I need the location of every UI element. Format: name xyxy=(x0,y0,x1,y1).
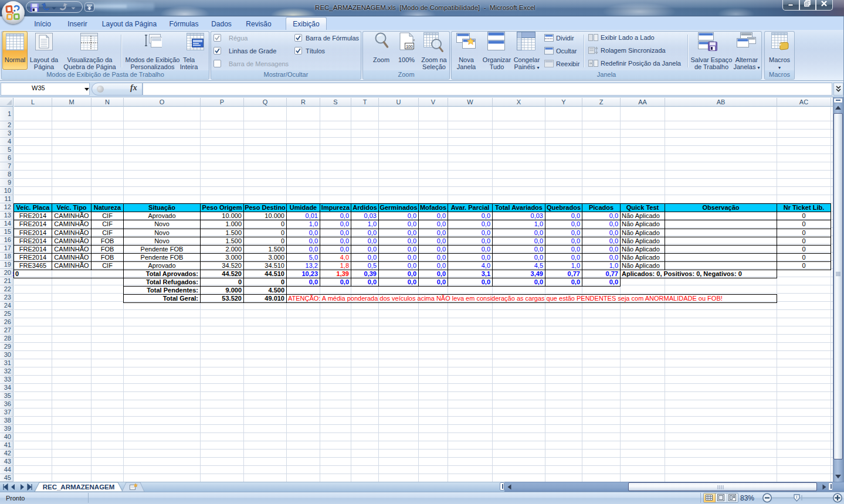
svg-text:REC_ARMAZENAGEM: REC_ARMAZENAGEM xyxy=(43,483,115,491)
svg-text:100: 100 xyxy=(406,45,413,49)
